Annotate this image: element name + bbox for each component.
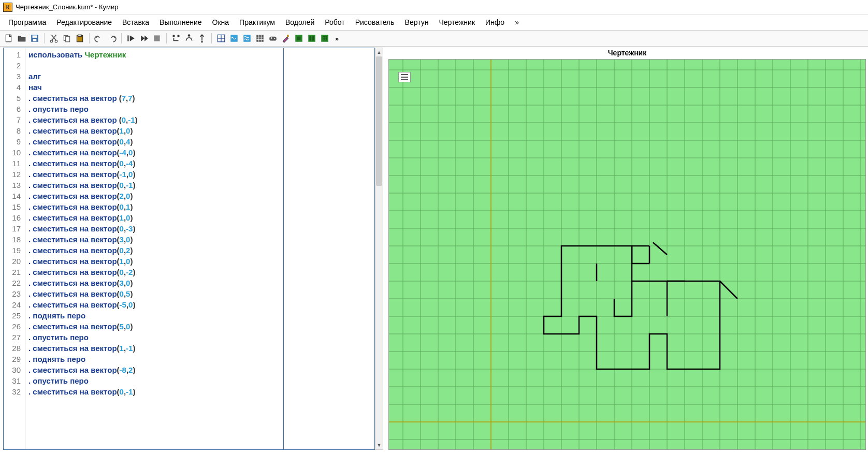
titlebar: К Чертежник_Слоник.kum* - Кумир: [0, 0, 868, 14]
undo-icon[interactable]: [93, 33, 105, 44]
canvas-menu-icon[interactable]: [398, 72, 411, 82]
scroll-track[interactable]: [375, 56, 383, 441]
toolbar: »: [0, 31, 868, 47]
line-gutter: 1234567891011121314151617181920212223242…: [4, 48, 25, 449]
menu-робот[interactable]: Робот: [320, 17, 350, 28]
redo-icon[interactable]: [106, 33, 118, 44]
menu-программа[interactable]: Программа: [3, 17, 51, 28]
svg-rect-8: [66, 37, 70, 42]
menu-водолей[interactable]: Водолей: [280, 17, 320, 28]
svg-rect-34: [310, 36, 311, 41]
cut-icon[interactable]: [48, 33, 60, 44]
open-file-icon[interactable]: [16, 33, 27, 44]
svg-rect-15: [154, 35, 160, 41]
svg-point-16: [172, 35, 175, 37]
toolbar-overflow-icon[interactable]: »: [332, 35, 342, 42]
tool-green1-icon[interactable]: [293, 33, 305, 44]
tool-wave2-icon[interactable]: [241, 33, 253, 44]
save-file-icon[interactable]: [29, 33, 40, 44]
svg-rect-10: [78, 35, 82, 36]
tool-grid4-icon[interactable]: [254, 33, 266, 44]
code-area[interactable]: использовать Чертежникалгнач. сместиться…: [25, 48, 374, 449]
menu-чертежник[interactable]: Чертежник: [433, 17, 480, 28]
separator: [44, 33, 45, 43]
debug-step-into-icon[interactable]: [170, 33, 182, 44]
svg-rect-26: [269, 37, 277, 41]
drawing-panel-title: Чертежник: [388, 47, 866, 59]
menu-рисователь[interactable]: Рисователь: [350, 17, 400, 28]
menu-окна[interactable]: Окна: [207, 17, 235, 28]
svg-rect-3: [33, 35, 37, 38]
svg-point-27: [274, 38, 275, 39]
step-icon[interactable]: [138, 33, 150, 44]
separator: [121, 33, 122, 43]
menu-редактирование[interactable]: Редактирование: [51, 17, 117, 28]
run-icon[interactable]: [125, 33, 137, 44]
svg-marker-12: [130, 35, 135, 41]
svg-rect-24: [243, 35, 251, 42]
svg-rect-32: [297, 37, 301, 40]
svg-marker-13: [141, 35, 144, 41]
separator: [166, 33, 167, 43]
menu-вертун[interactable]: Вертун: [400, 17, 434, 28]
app-icon: К: [3, 3, 12, 12]
menu-»[interactable]: »: [510, 17, 524, 28]
svg-rect-35: [312, 36, 314, 41]
debug-step-over-icon[interactable]: [183, 33, 195, 44]
tool-game-icon[interactable]: [267, 33, 279, 44]
menu-вставка[interactable]: Вставка: [117, 17, 154, 28]
drawing-canvas[interactable]: [388, 59, 866, 450]
svg-rect-33: [308, 35, 315, 42]
paste-icon[interactable]: [74, 33, 85, 44]
svg-rect-30: [287, 35, 288, 37]
svg-rect-23: [230, 35, 238, 42]
copy-icon[interactable]: [61, 33, 73, 44]
svg-rect-25: [256, 35, 264, 42]
code-editor[interactable]: 1234567891011121314151617181920212223242…: [3, 48, 375, 450]
tool-green3-icon[interactable]: [319, 33, 330, 44]
scroll-up-icon[interactable]: ▲: [375, 48, 383, 56]
svg-rect-4: [33, 39, 37, 41]
svg-point-17: [177, 35, 180, 37]
stop-icon[interactable]: [151, 33, 163, 44]
menubar: ПрограммаРедактированиеВставкаВыполнение…: [0, 14, 868, 31]
menu-выполнение[interactable]: Выполнение: [154, 17, 207, 28]
scroll-thumb[interactable]: [376, 56, 382, 186]
workspace: 1234567891011121314151617181920212223242…: [0, 47, 868, 451]
separator: [211, 33, 212, 43]
menu-практикум[interactable]: Практикум: [234, 17, 280, 28]
menu-инфо[interactable]: Инфо: [480, 17, 510, 28]
vertical-scrollbar[interactable]: ▲ ▼: [375, 48, 383, 450]
drawing-panel: Чертежник: [388, 47, 866, 450]
tool-wave-icon[interactable]: [228, 33, 240, 44]
new-file-icon[interactable]: [3, 33, 15, 44]
canvas-svg: [389, 60, 865, 449]
svg-rect-11: [127, 35, 128, 41]
svg-rect-29: [271, 37, 272, 39]
separator: [89, 33, 90, 43]
svg-line-109: [653, 242, 667, 255]
svg-point-19: [201, 41, 202, 42]
editor-divider: [283, 48, 284, 449]
svg-point-18: [188, 34, 191, 37]
tool-grid-icon[interactable]: [215, 33, 227, 44]
scroll-down-icon[interactable]: ▼: [375, 441, 383, 449]
tool-paint-icon[interactable]: [280, 33, 292, 44]
debug-step-out-icon[interactable]: [196, 33, 208, 44]
tool-green2-icon[interactable]: [306, 33, 317, 44]
svg-marker-14: [144, 35, 148, 41]
window-title: Чертежник_Слоник.kum* - Кумир: [16, 3, 118, 11]
